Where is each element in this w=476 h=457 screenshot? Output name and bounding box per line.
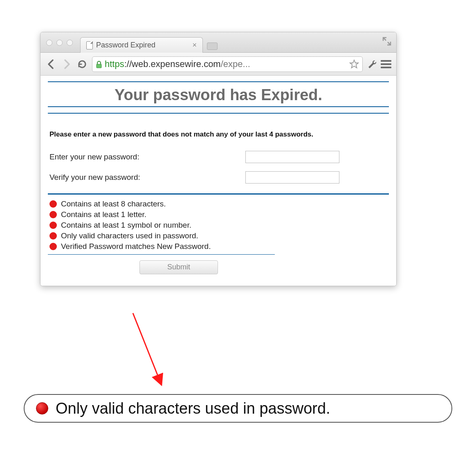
callout-text: Only valid characters used in password. [56, 400, 330, 417]
url-text: https://web.expensewire.com/expe... [105, 59, 346, 69]
status-dot-icon [49, 243, 57, 250]
address-bar[interactable]: https://web.expensewire.com/expe... [92, 56, 363, 72]
rule-text: Verified Password matches New Password. [61, 242, 211, 251]
rule-item: Verified Password matches New Password. [49, 241, 273, 252]
verify-password-label: Verify your new password: [49, 173, 245, 182]
rule-item: Contains at least 1 symbol or number. [49, 220, 273, 231]
bookmark-star-icon[interactable] [349, 59, 359, 69]
fullscreen-icon[interactable] [382, 37, 391, 46]
wrench-icon[interactable] [367, 59, 377, 69]
annotation-callout: Only valid characters used in password. [24, 394, 452, 423]
rule-item: Contains at least 1 letter. [49, 209, 273, 220]
zoom-window-button[interactable] [67, 40, 73, 46]
url-path: /expe... [221, 59, 250, 69]
rule-item: Only valid characters used in password. [49, 231, 273, 241]
svg-line-1 [133, 313, 162, 385]
close-tab-button[interactable]: × [192, 41, 197, 49]
menu-button[interactable] [381, 60, 391, 68]
lock-icon [96, 61, 101, 67]
minimize-window-button[interactable] [56, 40, 63, 46]
new-tab-button[interactable] [207, 43, 218, 50]
window-controls [46, 40, 73, 46]
rules-list: Contains at least 8 characters. Contains… [48, 195, 275, 254]
status-dot-icon [49, 200, 57, 208]
password-rules-section: Contains at least 8 characters. Contains… [48, 193, 389, 274]
page-title: Your password has Expired. [48, 82, 389, 106]
url-domain: ://web.expensewire.com [124, 59, 221, 69]
status-dot-icon [36, 402, 48, 414]
tab-strip: Password Expired × [80, 37, 382, 52]
form-row-verify: Verify your new password: [48, 167, 389, 188]
forward-button[interactable] [61, 58, 72, 70]
reload-button[interactable] [76, 58, 88, 70]
rule-text: Contains at least 1 letter. [61, 210, 146, 219]
status-dot-icon [49, 232, 57, 240]
rule-text: Contains at least 8 characters. [61, 199, 166, 208]
rule-text: Only valid characters used in password. [61, 231, 198, 240]
browser-tab[interactable]: Password Expired × [80, 37, 203, 53]
status-dot-icon [49, 222, 57, 229]
page-content: Your password has Expired. Please enter … [40, 76, 396, 286]
rule-item: Contains at least 8 characters. [49, 199, 273, 209]
status-dot-icon [49, 211, 57, 218]
rule-text: Contains at least 1 symbol or number. [61, 221, 191, 230]
form-row-enter: Enter your new password: [48, 147, 389, 167]
close-window-button[interactable] [46, 40, 52, 46]
new-password-input[interactable] [245, 151, 339, 163]
browser-toolbar: https://web.expensewire.com/expe... [40, 53, 396, 76]
annotation-arrow-icon [125, 311, 178, 393]
titlebar: Password Expired × [40, 32, 396, 53]
page-favicon-icon [86, 41, 93, 49]
browser-window: Password Expired × https://web.expensewi… [40, 32, 397, 286]
instruction-text: Please enter a new password that does no… [48, 114, 389, 147]
submit-button[interactable]: Submit [139, 260, 218, 274]
enter-password-label: Enter your new password: [49, 152, 245, 161]
submit-row: Submit [48, 255, 310, 274]
verify-password-input[interactable] [245, 171, 339, 184]
svg-rect-0 [97, 64, 101, 68]
back-button[interactable] [45, 58, 57, 70]
tab-title: Password Expired [96, 41, 155, 49]
url-scheme: https [105, 59, 124, 69]
